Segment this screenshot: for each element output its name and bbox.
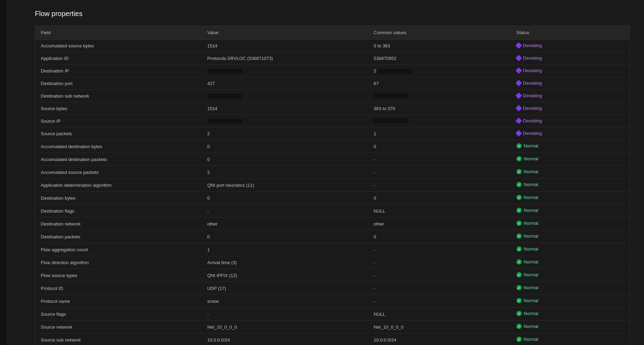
cell-status: Normal (511, 282, 630, 295)
status-label: Normal (524, 221, 538, 226)
cell-status: Normal (511, 140, 630, 153)
table-row: Destination bytes00Normal (35, 192, 630, 205)
status-badge: Deviating (516, 93, 542, 98)
status-label: Deviating (523, 43, 542, 48)
cell-value: 2 (202, 166, 368, 179)
table-row: Flow source typesQNI IPFIX (12)-Normal (35, 269, 630, 282)
cell-value (202, 65, 368, 77)
cell-value: 427 (202, 77, 368, 90)
cell-common-values: 2 (368, 65, 511, 77)
status-label: Deviating (523, 55, 542, 61)
cell-status: Deviating (511, 90, 630, 102)
status-badge: Normal (516, 337, 538, 342)
table-row: Accumulated source packets2-Normal (35, 166, 630, 179)
status-badge: Normal (516, 233, 538, 239)
status-badge: Normal (516, 143, 538, 148)
status-label: Normal (524, 182, 538, 187)
cell-field: Application ID (35, 52, 202, 65)
table-row: Protocol IDUDP (17)-Normal (35, 282, 630, 295)
status-label: Normal (524, 337, 538, 342)
cell-field: Protocol name (35, 295, 202, 308)
cell-value: 1 (202, 243, 368, 256)
cell-status: Normal (511, 205, 630, 217)
cell-status: Normal (511, 295, 630, 308)
status-badge: Normal (516, 182, 538, 187)
sidebar (0, 0, 6, 345)
cell-field: Destination bytes (35, 192, 202, 205)
cell-value: QNI port heuristics (11) (202, 179, 368, 192)
cell-value: 10.0.0.0/24 (202, 334, 368, 345)
cell-status: Deviating (511, 52, 630, 65)
status-label: Normal (524, 195, 538, 200)
redacted-common (374, 118, 408, 123)
normal-icon (516, 259, 522, 264)
cell-value: 0 (202, 192, 368, 205)
status-badge: Deviating (516, 43, 542, 48)
page-title: Flow properties (35, 10, 630, 18)
cell-value: 0 (202, 230, 368, 243)
table-row: Flow aggregation count1-Normal (35, 243, 630, 256)
normal-icon (516, 298, 522, 303)
table-row: Application determination algorithmQNI p… (35, 179, 630, 192)
cell-status: Deviating (511, 77, 630, 90)
cell-field: Source sub network (35, 334, 202, 345)
cell-common-values: 0 to 363 (368, 40, 511, 52)
status-badge: Deviating (516, 68, 542, 73)
normal-icon (516, 182, 522, 187)
cell-status: Normal (511, 153, 630, 166)
status-label: Deviating (523, 93, 542, 98)
status-badge: Normal (516, 221, 538, 226)
status-badge: Normal (516, 311, 538, 316)
status-badge: Normal (516, 324, 538, 329)
normal-icon (516, 143, 522, 148)
cell-value: other (202, 217, 368, 230)
cell-field: Source IP (35, 115, 202, 128)
status-badge: Normal (516, 272, 538, 277)
cell-value: 2 (202, 128, 368, 140)
cell-field: Destination IP (35, 65, 202, 77)
cell-status: Normal (511, 243, 630, 256)
normal-icon (516, 324, 522, 329)
deviating-icon (515, 55, 522, 61)
cell-common-values: 0 (368, 230, 511, 243)
deviating-icon (515, 42, 522, 48)
table-row: Accumulated destination packets0-Normal (35, 153, 630, 166)
flow-properties-table: Field Value Common values Status Accumul… (35, 26, 630, 345)
cell-value: QNI IPFIX (12) (202, 269, 368, 282)
cell-field: Destination flags (35, 205, 202, 217)
cell-common-values: - (368, 243, 511, 256)
cell-field: Application determination algorithm (35, 179, 202, 192)
cell-status: Deviating (511, 115, 630, 128)
table-row: Source networkNet_10_0_0_0Net_10_0_0_0No… (35, 321, 630, 334)
redacted-value (207, 94, 242, 99)
cell-common-values: - (368, 282, 511, 295)
table-row: Destination sub networkDeviating (35, 90, 630, 102)
normal-icon (516, 233, 522, 239)
table-row: Destination packets00Normal (35, 230, 630, 243)
normal-icon (516, 272, 522, 277)
status-label: Deviating (523, 80, 542, 86)
cell-status: Normal (511, 230, 630, 243)
cell-field: Destination packets (35, 230, 202, 243)
status-label: Deviating (523, 118, 542, 123)
status-label: Deviating (523, 106, 542, 111)
cell-field: Destination network (35, 217, 202, 230)
cell-common-values: other (368, 217, 511, 230)
flow-properties-table-container: Field Value Common values Status Accumul… (35, 25, 630, 345)
table-row: Source sub network10.0.0.0/2410.0.0.0/24… (35, 334, 630, 345)
cell-field: Accumulated destination bytes (35, 140, 202, 153)
status-label: Normal (524, 156, 538, 161)
cell-field: Flow source types (35, 269, 202, 282)
cell-value: 1514 (202, 40, 368, 52)
cell-value: - (202, 308, 368, 321)
common-prefix: 2 (374, 68, 376, 74)
table-row: Accumulated source bytes15140 to 363Devi… (35, 40, 630, 52)
header-value: Value (202, 26, 368, 40)
cell-status: Normal (511, 321, 630, 334)
status-badge: Deviating (516, 118, 542, 123)
cell-status: Normal (511, 166, 630, 179)
cell-common-values: 363 to 370 (368, 102, 511, 115)
cell-common-values: Net_10_0_0_0 (368, 321, 511, 334)
status-badge: Normal (516, 195, 538, 200)
header-common-values: Common values (368, 26, 511, 40)
